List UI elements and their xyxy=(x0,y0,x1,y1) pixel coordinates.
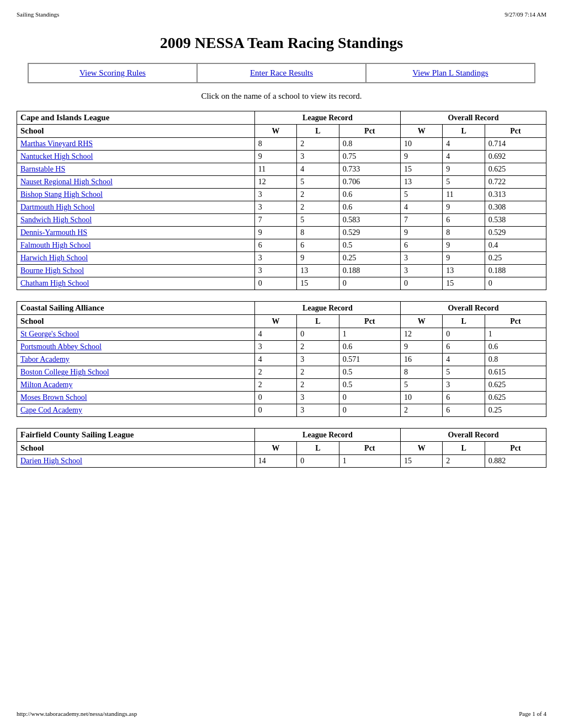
stat-cell: 1 xyxy=(339,455,400,468)
school-name-cell[interactable]: Dartmouth High School xyxy=(17,201,255,214)
stat-cell: 9 xyxy=(400,151,442,163)
school-name-cell[interactable]: Nauset Regional High School xyxy=(17,176,255,189)
stat-cell: 2 xyxy=(254,379,296,392)
school-link[interactable]: Sandwich High School xyxy=(20,216,92,224)
school-name-cell[interactable]: Darien High School xyxy=(17,455,255,468)
school-name-cell[interactable]: Milton Academy xyxy=(17,379,255,392)
stat-cell: 0 xyxy=(339,392,400,404)
stat-cell: 6 xyxy=(400,239,442,252)
nav-link-2[interactable]: View Plan L Standings xyxy=(412,68,488,77)
school-link[interactable]: Dartmouth High School xyxy=(20,203,95,211)
nav-link-1[interactable]: Enter Race Results xyxy=(250,68,313,77)
stat-cell: 3 xyxy=(254,201,296,214)
school-name-cell[interactable]: Barnstable HS xyxy=(17,163,255,176)
school-name-cell[interactable]: Bourne High School xyxy=(17,265,255,277)
school-link[interactable]: Barnstable HS xyxy=(20,165,65,173)
school-link[interactable]: St George's School xyxy=(20,330,79,338)
school-name-cell[interactable]: Tabor Academy xyxy=(17,354,255,366)
league-record-header: League Record xyxy=(254,302,400,315)
school-name-cell[interactable]: Marthas Vineyard RHS xyxy=(17,138,255,151)
stat-cell: 3 xyxy=(400,265,442,277)
table-row: St George's School4011201 xyxy=(17,328,546,341)
page-title: 2009 NESSA Team Racing Standings xyxy=(17,34,546,52)
nav-link-0[interactable]: View Scoring Rules xyxy=(79,68,146,77)
school-link[interactable]: Cape Cod Academy xyxy=(20,406,82,414)
school-link[interactable]: Portsmouth Abbey School xyxy=(20,342,102,351)
stat-cell: 0 xyxy=(339,404,400,417)
school-name-cell[interactable]: St George's School xyxy=(17,328,255,341)
stat-cell: 3 xyxy=(400,252,442,265)
stat-cell: 0 xyxy=(485,277,546,290)
school-name-cell[interactable]: Sandwich High School xyxy=(17,214,255,227)
school-name-cell[interactable]: Bishop Stang High School xyxy=(17,189,255,201)
subtitle: Click on the name of a school to view it… xyxy=(17,92,546,101)
stat-cell: 2 xyxy=(297,379,339,392)
stat-cell: 10 xyxy=(400,138,442,151)
stat-cell: 0.615 xyxy=(485,366,546,379)
school-link[interactable]: Boston College High School xyxy=(20,368,109,376)
stat-cell: 9 xyxy=(443,201,485,214)
school-name-cell[interactable]: Portsmouth Abbey School xyxy=(17,341,255,354)
stat-cell: 11 xyxy=(443,189,485,201)
table-row: Sandwich High School750.583760.538 xyxy=(17,214,546,227)
col-header-pct-3: Pct xyxy=(339,442,400,455)
stat-cell: 0.25 xyxy=(485,252,546,265)
school-name-cell[interactable]: Nantucket High School xyxy=(17,151,255,163)
stat-cell: 1 xyxy=(339,328,400,341)
school-link[interactable]: Moses Brown School xyxy=(20,393,87,402)
school-name-cell[interactable]: Boston College High School xyxy=(17,366,255,379)
nav-link-item[interactable]: Enter Race Results xyxy=(198,64,367,82)
stat-cell: 2 xyxy=(297,366,339,379)
school-name-cell[interactable]: Falmouth High School xyxy=(17,239,255,252)
stat-cell: 8 xyxy=(297,227,339,239)
school-link[interactable]: Falmouth High School xyxy=(20,241,91,249)
stat-cell: 0.733 xyxy=(339,163,400,176)
footer: http://www.taboracademy.net/nessa/standi… xyxy=(17,710,546,717)
stat-cell: 11 xyxy=(254,163,296,176)
school-link[interactable]: Darien High School xyxy=(20,457,82,465)
school-name-cell[interactable]: Cape Cod Academy xyxy=(17,404,255,417)
league-record-header: League Record xyxy=(254,111,400,125)
stat-cell: 3 xyxy=(254,252,296,265)
table-row: Moses Brown School0301060.625 xyxy=(17,392,546,404)
stat-cell: 0.5 xyxy=(339,366,400,379)
league-table: Coastal Sailing AllianceLeague RecordOve… xyxy=(17,301,546,417)
stat-cell: 7 xyxy=(400,214,442,227)
school-link[interactable]: Bishop Stang High School xyxy=(20,190,103,199)
school-name-cell[interactable]: Moses Brown School xyxy=(17,392,255,404)
stat-cell: 0.529 xyxy=(485,227,546,239)
col-header-w-4: W xyxy=(400,125,442,138)
stat-cell: 6 xyxy=(443,392,485,404)
school-link[interactable]: Harwich High School xyxy=(20,254,88,262)
stat-cell: 6 xyxy=(443,341,485,354)
stat-cell: 0.4 xyxy=(485,239,546,252)
stat-cell: 0.625 xyxy=(485,163,546,176)
school-link[interactable]: Dennis-Yarmouth HS xyxy=(20,228,87,237)
league-record-header: League Record xyxy=(254,429,400,442)
school-link[interactable]: Nauset Regional High School xyxy=(20,178,113,186)
stat-cell: 5 xyxy=(400,189,442,201)
stat-cell: 4 xyxy=(254,354,296,366)
school-link[interactable]: Tabor Academy xyxy=(20,355,70,363)
school-name-cell[interactable]: Dennis-Yarmouth HS xyxy=(17,227,255,239)
stat-cell: 13 xyxy=(443,265,485,277)
stat-cell: 16 xyxy=(400,354,442,366)
stat-cell: 2 xyxy=(297,341,339,354)
stat-cell: 0 xyxy=(443,328,485,341)
school-link[interactable]: Milton Academy xyxy=(20,381,73,389)
nav-link-item[interactable]: View Plan L Standings xyxy=(367,64,534,82)
school-name-cell[interactable]: Harwich High School xyxy=(17,252,255,265)
stat-cell: 5 xyxy=(443,366,485,379)
stat-cell: 0.188 xyxy=(339,265,400,277)
school-link[interactable]: Marthas Vineyard RHS xyxy=(20,140,93,148)
stat-cell: 5 xyxy=(297,176,339,189)
page-label: Sailing Standings xyxy=(17,11,59,18)
school-link[interactable]: Chatham High School xyxy=(20,279,89,287)
league-name-cell: Fairfield County Sailing League xyxy=(17,429,255,442)
stat-cell: 2 xyxy=(443,455,485,468)
stat-cell: 0.8 xyxy=(485,354,546,366)
school-link[interactable]: Bourne High School xyxy=(20,266,84,275)
school-name-cell[interactable]: Chatham High School xyxy=(17,277,255,290)
school-link[interactable]: Nantucket High School xyxy=(20,152,93,160)
nav-link-item[interactable]: View Scoring Rules xyxy=(29,64,198,82)
